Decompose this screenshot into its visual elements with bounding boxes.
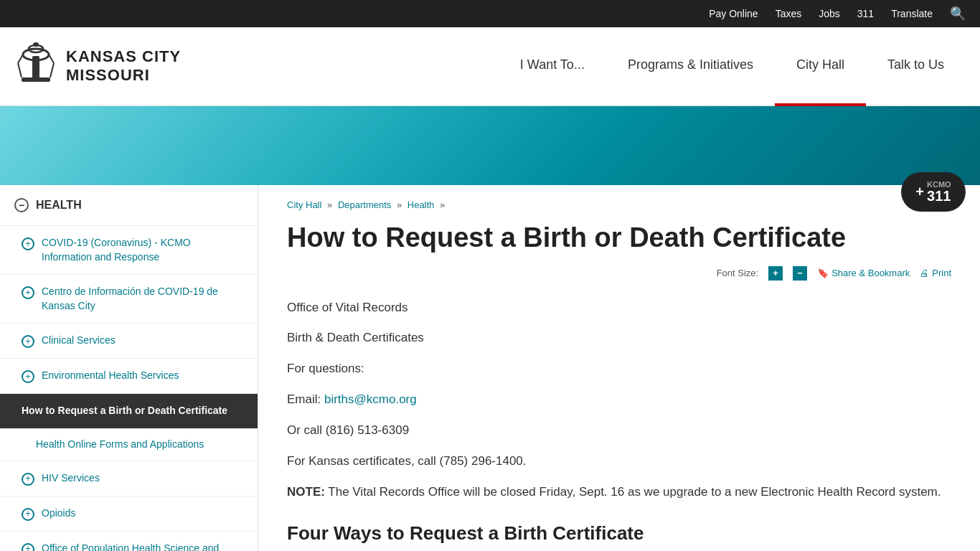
search-button[interactable]: 🔍 <box>950 6 966 22</box>
sidebar-item-label: Centro de Información de COVID-19 de Kan… <box>42 285 243 313</box>
share-bookmark-link[interactable]: 🔖 Share & Bookmark <box>817 268 910 278</box>
sidebar-subitem-health-forms[interactable]: Health Online Forms and Applications <box>0 429 258 461</box>
translate-link[interactable]: Translate <box>891 8 933 19</box>
logo-text: KANSAS CITY MISSOURI <box>66 48 181 84</box>
page-body: − HEALTH + COVID-19 (Coronavirus) - KCMO… <box>0 185 980 551</box>
note-bold: NOTE: <box>287 485 325 499</box>
breadcrumb-health[interactable]: Health <box>407 199 435 210</box>
collapse-icon: − <box>14 198 29 212</box>
content-line3: For questions: <box>287 359 951 380</box>
sidebar-subitem-label: Health Online Forms and Applications <box>36 438 204 450</box>
breadcrumb: City Hall » Departments » Health » <box>287 199 951 210</box>
breadcrumb-city-hall[interactable]: City Hall <box>287 199 321 210</box>
content-line2: Birth & Death Certificates <box>287 328 951 349</box>
sidebar-item-environmental[interactable]: + Environmental Health Services <box>0 359 258 394</box>
content-phone-line: Or call (816) 513-6309 <box>287 420 951 441</box>
fab-number: 311 <box>927 189 951 203</box>
sidebar-item-hiv[interactable]: + HIV Services <box>0 461 258 496</box>
pay-online-link[interactable]: Pay Online <box>709 8 758 19</box>
sidebar-item-population-health[interactable]: + Office of Population Health Science an… <box>0 532 258 551</box>
expand-icon: + <box>22 508 34 521</box>
main-nav: KANSAS CITY MISSOURI I Want To... Progra… <box>0 27 980 106</box>
svg-point-4 <box>33 42 39 47</box>
svg-line-6 <box>49 55 54 63</box>
sidebar-item-label: Clinical Services <box>42 334 116 348</box>
breadcrumb-sep2: » <box>397 199 405 210</box>
main-content: City Hall » Departments » Health » How t… <box>258 185 980 551</box>
svg-line-5 <box>18 55 23 63</box>
state-name: MISSOURI <box>66 66 181 85</box>
expand-icon: + <box>22 286 34 299</box>
bookmark-icon: 🔖 <box>817 268 829 278</box>
content-email-line: Email: births@kcmo.org <box>287 390 951 410</box>
logo-link[interactable]: KANSAS CITY MISSOURI <box>14 42 187 92</box>
note-text: The Vital Records Office will be closed … <box>325 485 941 499</box>
311-link[interactable]: 311 <box>857 8 874 19</box>
print-link[interactable]: 🖨 Print <box>920 268 951 278</box>
sidebar-item-covid[interactable]: + COVID-19 (Coronavirus) - KCMO Informat… <box>0 226 258 275</box>
utility-bar: Pay Online Taxes Jobs 311 Translate 🔍 <box>0 0 980 27</box>
content-body: Office of Vital Records Birth & Death Ce… <box>287 298 951 549</box>
sidebar: − HEALTH + COVID-19 (Coronavirus) - KCMO… <box>0 185 258 551</box>
sidebar-item-label: HIV Services <box>42 471 100 486</box>
jobs-link[interactable]: Jobs <box>819 8 840 19</box>
expand-icon: + <box>22 473 34 486</box>
breadcrumb-departments[interactable]: Departments <box>338 199 391 210</box>
sidebar-item-label: Office of Population Health Science and … <box>42 542 243 551</box>
city-name: KANSAS CITY <box>66 48 181 65</box>
sidebar-item-clinical[interactable]: + Clinical Services <box>0 324 258 359</box>
sidebar-item-centro[interactable]: + Centro de Información de COVID-19 de K… <box>0 275 258 324</box>
expand-icon: + <box>22 237 34 250</box>
content-line1: Office of Vital Records <box>287 298 951 319</box>
email-prefix: Email: <box>287 392 324 406</box>
content-subtitle: Four Ways to Request a Birth Certificate <box>287 517 951 549</box>
nav-programs[interactable]: Programs & Initiatives <box>606 27 775 106</box>
sidebar-item-opioids[interactable]: + Opioids <box>0 496 258 532</box>
nav-talk-to-us[interactable]: Talk to Us <box>866 27 966 106</box>
font-tools: Font Size: + − 🔖 Share & Bookmark 🖨 Prin… <box>287 266 951 281</box>
page-title: How to Request a Birth or Death Certific… <box>287 222 951 255</box>
taxes-link[interactable]: Taxes <box>776 8 802 19</box>
sidebar-item-label: Opioids <box>42 507 75 521</box>
hero-banner <box>0 106 980 185</box>
nav-i-want-to[interactable]: I Want To... <box>499 27 606 106</box>
content-note: NOTE: The Vital Records Office will be c… <box>287 482 951 503</box>
print-icon: 🖨 <box>920 268 929 278</box>
print-label: Print <box>932 268 951 278</box>
sidebar-item-label: How to Request a Birth or Death Certific… <box>22 404 227 418</box>
fab-plus-icon: + <box>915 184 924 200</box>
svg-line-7 <box>18 63 22 77</box>
svg-line-8 <box>50 63 54 77</box>
sidebar-item-label: COVID-19 (Coronavirus) - KCMO Informatio… <box>42 236 243 264</box>
fab-311-button[interactable]: + KCMO 311 <box>901 172 966 212</box>
expand-icon: + <box>22 370 34 383</box>
fab-text: KCMO 311 <box>927 181 951 203</box>
sidebar-item-label: Environmental Health Services <box>42 369 179 383</box>
nav-city-hall[interactable]: City Hall <box>775 27 866 106</box>
font-size-label: Font Size: <box>717 268 759 278</box>
share-bookmark-label: Share & Bookmark <box>831 268 910 278</box>
nav-links: I Want To... Programs & Initiatives City… <box>187 27 966 106</box>
kcmo-logo-icon <box>14 42 57 92</box>
expand-icon: + <box>22 335 34 348</box>
email-link[interactable]: births@kcmo.org <box>324 392 417 406</box>
sidebar-item-birth-certificate[interactable]: How to Request a Birth or Death Certific… <box>0 394 258 429</box>
expand-icon: + <box>22 543 34 551</box>
content-kansas-line: For Kansas certificates, call (785) 296-… <box>287 451 951 472</box>
sidebar-section-label: HEALTH <box>36 199 82 212</box>
font-increase-button[interactable]: + <box>768 266 783 281</box>
breadcrumb-sep1: » <box>327 199 335 210</box>
font-decrease-button[interactable]: − <box>793 266 807 281</box>
breadcrumb-sep3: » <box>440 199 445 210</box>
sidebar-section-health[interactable]: − HEALTH <box>0 185 258 226</box>
